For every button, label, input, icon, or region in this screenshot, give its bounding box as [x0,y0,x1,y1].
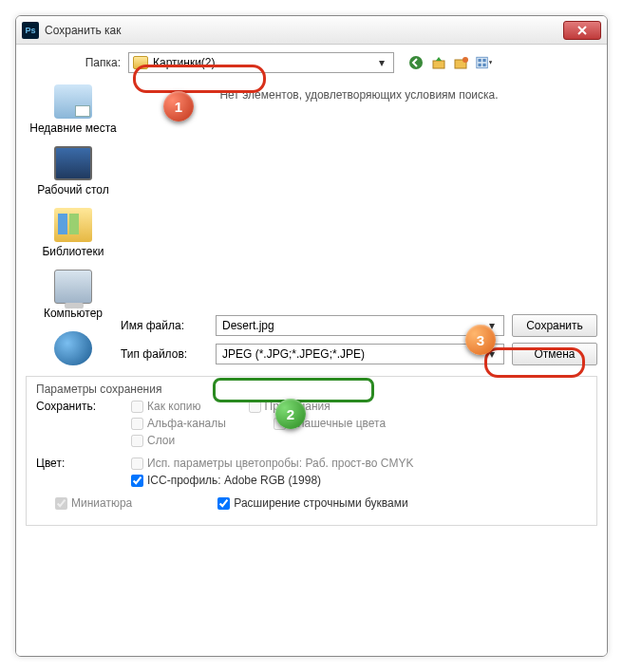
filename-input[interactable]: Desert.jpg ▾ [216,315,504,336]
up-icon[interactable] [430,54,447,71]
window-title: Сохранить как [45,24,563,37]
place-desktop[interactable]: Рабочий стол [37,146,108,196]
new-folder-icon[interactable] [453,54,470,71]
filetype-combo[interactable]: JPEG (*.JPG;*.JPEG;*.JPE) ▾ [216,344,504,364]
file-list-pane[interactable]: Нет элементов, удовлетворяющих условиям … [121,79,597,311]
checkbox-as-copy[interactable]: Как копию [131,400,201,413]
checkbox-proof[interactable]: Исп. параметры цветопробы: Раб. прост-во… [131,457,587,470]
svg-rect-1 [433,61,444,68]
place-libraries[interactable]: Библиотеки [42,208,104,258]
place-computer[interactable]: Компьютер [44,270,103,320]
annotation-callout-2: 2 [275,399,306,429]
svg-rect-7 [478,64,481,66]
close-icon [576,25,588,36]
desktop-icon [54,146,92,180]
annotation-callout-1: 1 [163,91,194,121]
chevron-down-icon[interactable]: ▾ [374,55,389,70]
cancel-button[interactable]: Отмена [512,343,597,365]
empty-message: Нет элементов, удовлетворяющих условиям … [130,88,588,102]
svg-rect-8 [482,64,485,66]
checkbox-icc[interactable]: ICC-профиль: Adobe RGB (1998) [131,474,587,487]
titlebar: Ps Сохранить как [16,16,607,45]
checkbox-lowercase-ext[interactable]: Расширение строчными буквами [217,496,407,510]
save-as-dialog: Ps Сохранить как Папка: Картинки(2) ▾ [15,15,608,657]
save-options-title: Параметры сохранения [36,383,587,396]
place-network[interactable] [54,331,92,368]
view-menu-icon[interactable] [476,54,493,71]
folder-value: Картинки(2) [153,56,216,69]
back-icon[interactable] [407,54,425,71]
photoshop-icon: Ps [22,22,39,39]
save-button[interactable]: Сохранить [512,314,597,337]
svg-point-3 [463,57,468,63]
place-recent[interactable]: Недавние места [29,84,116,135]
folder-icon [133,56,148,69]
close-button[interactable] [563,21,601,40]
folder-label: Папка: [26,56,128,69]
filename-label: Имя файла: [121,319,216,332]
save-as-label: Сохранить: [36,400,131,447]
color-label: Цвет: [36,457,131,487]
annotation-callout-3: 3 [465,325,496,355]
places-bar: Недавние места Рабочий стол Библиотеки К… [26,79,121,368]
folder-combo[interactable]: Картинки(2) ▾ [128,52,394,73]
network-icon [54,331,92,365]
checkbox-thumbnail[interactable]: Миниатюра [55,496,132,510]
filetype-label: Тип файлов: [121,347,216,361]
recent-places-icon [54,84,92,119]
checkbox-layers[interactable]: Слои [131,434,175,447]
svg-rect-5 [478,59,481,62]
computer-icon [54,270,92,304]
libraries-icon [54,208,92,242]
checkbox-alpha[interactable]: Альфа-каналы [131,417,226,430]
save-options-fieldset: Параметры сохранения Сохранить: Как копи… [26,376,597,526]
svg-point-0 [409,56,423,69]
toolbar-icons [407,54,493,71]
svg-rect-6 [482,59,485,62]
